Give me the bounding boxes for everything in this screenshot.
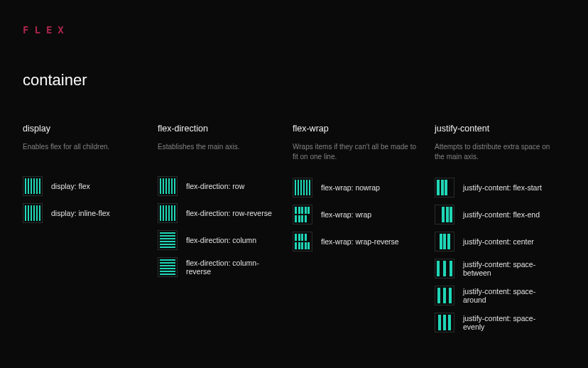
example-label: flex-wrap: wrap [321,210,371,219]
example-justify-content-space-between[interactable]: justify-content: space-between [435,259,552,278]
flex-demo-icon [23,176,43,196]
example-label: justify-content: space-around [463,287,552,304]
flex-demo-icon [435,259,454,278]
flex-demo-icon [158,230,178,250]
example-label: flex-direction: row-reverse [186,209,272,217]
prop-desc: Wraps items if they can't all be made to… [293,142,422,162]
example-flex-wrap-wrap[interactable]: flex-wrap: wrap [293,205,422,224]
flex-demo-icon [435,178,454,197]
example-label: justify-content: center [463,237,534,246]
example-label: justify-content: flex-start [463,183,542,192]
flex-demo-icon [435,286,454,305]
example-label: display: inline-flex [51,209,110,217]
flex-demo-icon [158,203,178,223]
col-flex-direction: flex-direction Establishes the main axis… [158,124,293,340]
example-flex-wrap-nowrap[interactable]: flex-wrap: nowrap [293,178,422,197]
example-label: justify-content: flex-end [463,210,540,219]
logo-text: FLEX [23,24,70,36]
example-display-inline-flex[interactable]: display: inline-flex [23,203,145,223]
example-justify-content-flex-start[interactable]: justify-content: flex-start [435,178,552,197]
prop-desc: Attempts to distribute extra space on th… [435,142,552,162]
col-flex-wrap: flex-wrap Wraps items if they can't all … [293,124,435,340]
example-label: display: flex [51,182,90,190]
example-label: flex-direction: column [186,236,256,244]
prop-title: display [23,124,145,134]
prop-title: justify-content [435,124,552,134]
example-justify-content-center[interactable]: justify-content: center [435,232,552,251]
flex-demo-icon [435,232,454,251]
flex-demo-icon [293,232,312,251]
example-display-flex[interactable]: display: flex [23,176,145,196]
flex-demo-icon [293,205,312,224]
example-justify-content-space-around[interactable]: justify-content: space-around [435,286,552,305]
section-heading: container [23,71,565,90]
flex-demo-icon [435,313,454,332]
example-label: flex-wrap: nowrap [321,183,380,192]
prop-desc: Establishes the main axis. [158,142,280,161]
flex-demo-icon [158,257,178,277]
example-label: justify-content: space-between [463,260,552,277]
flex-demo-icon [158,176,178,196]
example-label: flex-direction: row [186,182,244,190]
example-flex-direction-column-reverse[interactable]: flex-direction: column-reverse [158,257,280,277]
flex-demo-icon [293,178,312,197]
example-label: justify-content: space-evenly [463,314,552,331]
example-flex-wrap-wrap-reverse[interactable]: flex-wrap: wrap-reverse [293,232,422,251]
flex-demo-icon [23,203,43,223]
example-label: flex-wrap: wrap-reverse [321,237,399,246]
example-flex-direction-column[interactable]: flex-direction: column [158,230,280,250]
col-display: display Enables flex for all children. d… [23,124,158,340]
prop-title: flex-wrap [293,124,422,134]
prop-desc: Enables flex for all children. [23,142,145,161]
example-label: flex-direction: column-reverse [186,259,280,276]
flex-demo-icon [435,205,454,224]
example-justify-content-space-evenly[interactable]: justify-content: space-evenly [435,313,552,332]
example-justify-content-flex-end[interactable]: justify-content: flex-end [435,205,552,224]
col-justify-content: justify-content Attempts to distribute e… [435,124,565,340]
example-flex-direction-row-reverse[interactable]: flex-direction: row-reverse [158,203,280,223]
prop-title: flex-direction [158,124,280,134]
page-content: container display Enables flex for all c… [0,0,588,340]
example-flex-direction-row[interactable]: flex-direction: row [158,176,280,196]
property-columns: display Enables flex for all children. d… [23,124,565,340]
